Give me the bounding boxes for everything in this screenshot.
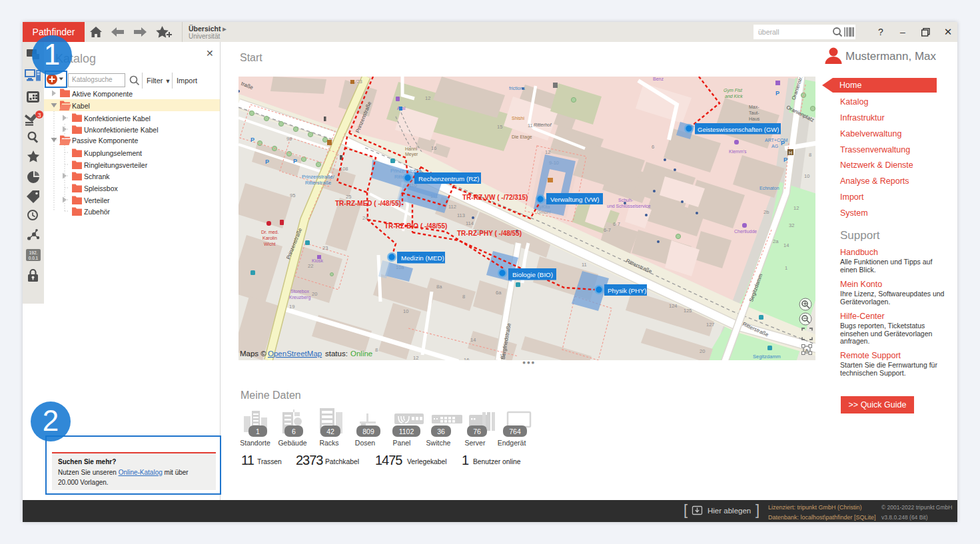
svg-text:112: 112	[448, 204, 456, 210]
svg-text:AG: AG	[771, 144, 778, 148]
svg-text:Taut-: Taut-	[749, 111, 759, 115]
svg-text:Wicht: Wicht	[264, 242, 276, 246]
svg-text:Physik (PHY): Physik (PHY)	[608, 287, 646, 294]
svg-text:TR-RZ-VW ( -/72/315): TR-RZ-VW ( -/72/315)	[462, 194, 528, 201]
svg-text:Panel: Panel	[393, 439, 411, 447]
svg-text:P: P	[775, 90, 779, 97]
svg-text:809: 809	[362, 427, 374, 435]
svg-text:frictions: frictions	[509, 86, 526, 91]
svg-text:TR-RZ-PHY ( -/48/55): TR-RZ-PHY ( -/48/55)	[457, 230, 522, 237]
svg-text:1: 1	[785, 265, 787, 271]
svg-text:Max-: Max-	[749, 105, 759, 109]
svg-text:Rechenzentrum (RZ): Rechenzentrum (RZ)	[418, 175, 479, 182]
svg-text:Klemm's: Klemm's	[729, 149, 747, 154]
svg-text:42: 42	[326, 427, 334, 435]
svg-text:P: P	[783, 156, 787, 163]
svg-text:Biologie (BIO): Biologie (BIO)	[512, 271, 553, 278]
svg-text:125: 125	[684, 308, 692, 314]
svg-text:32: 32	[789, 222, 794, 228]
svg-text:status:: status:	[325, 350, 348, 358]
svg-text:6: 6	[292, 427, 296, 435]
svg-text:95: 95	[290, 192, 295, 198]
svg-text:0.0.1: 0.0.1	[29, 256, 39, 260]
svg-text:2b: 2b	[763, 209, 769, 215]
svg-text:P: P	[293, 158, 297, 164]
svg-text:Geisteswissenschaften (GW): Geisteswissenschaften (GW)	[698, 126, 779, 133]
svg-text:1: 1	[256, 427, 260, 435]
svg-text:16: 16	[464, 357, 469, 360]
svg-text:15: 15	[497, 124, 502, 130]
svg-text:8: 8	[375, 347, 378, 353]
svg-text:14: 14	[470, 337, 476, 343]
svg-text:Echnaton: Echnaton	[759, 186, 779, 190]
svg-text:Kiosk: Kiosk	[312, 258, 324, 263]
svg-text:Server: Server	[465, 439, 486, 447]
svg-text:12: 12	[793, 205, 799, 211]
svg-text:TR-RZ-MED ( -/48/55): TR-RZ-MED ( -/48/55)	[335, 200, 401, 207]
svg-text:20: 20	[312, 291, 317, 297]
svg-text:10: 10	[403, 308, 408, 314]
svg-text:P: P	[781, 140, 785, 146]
svg-text:OpenStreetMap: OpenStreetMap	[268, 350, 322, 358]
svg-text:und Schlüsselservice: und Schlüsselservice	[607, 204, 651, 208]
svg-text:Benz: Benz	[653, 77, 664, 81]
svg-text:Prinzenstraße/: Prinzenstraße/	[302, 174, 335, 180]
svg-text:TR-RZ-BIO ( -/48/55): TR-RZ-BIO ( -/48/55)	[384, 222, 447, 230]
svg-text:Racks: Racks	[319, 439, 338, 447]
svg-text:Meyer: Meyer	[405, 152, 418, 157]
svg-text:12: 12	[545, 149, 550, 155]
svg-text:8a: 8a	[436, 284, 442, 290]
svg-text:22: 22	[308, 263, 313, 269]
svg-text:11: 11	[528, 123, 533, 129]
svg-text:6a: 6a	[496, 290, 502, 296]
svg-text:Endgerät: Endgerät	[498, 439, 526, 447]
svg-text:2a: 2a	[773, 238, 779, 244]
svg-text:23: 23	[322, 245, 328, 251]
svg-text:Gebäude: Gebäude	[278, 439, 306, 447]
svg-text:108: 108	[340, 166, 348, 172]
svg-text:Die Etage: Die Etage	[512, 135, 532, 140]
svg-text:14: 14	[783, 242, 789, 248]
svg-text:Medizin (MED): Medizin (MED)	[401, 254, 444, 262]
svg-text:Online: Online	[350, 350, 372, 358]
svg-text:Karolin: Karolin	[262, 236, 277, 240]
svg-text:113: 113	[457, 212, 465, 218]
svg-text:25: 25	[346, 194, 351, 200]
svg-text:Ritterhof: Ritterhof	[534, 123, 552, 127]
svg-text:16: 16	[431, 145, 436, 151]
svg-text:6·7: 6·7	[613, 221, 620, 227]
svg-text:127: 127	[706, 322, 715, 328]
svg-text:12: 12	[425, 95, 430, 101]
svg-text:Maps ©: Maps ©	[240, 350, 266, 358]
svg-text:Ritterstraße: Ritterstraße	[305, 180, 331, 186]
svg-text:12: 12	[413, 355, 418, 360]
svg-text:Hanni: Hanni	[405, 146, 418, 151]
svg-text:76: 76	[473, 427, 481, 435]
svg-text:Standorte: Standorte	[240, 439, 270, 447]
svg-text:Kreuzberg: Kreuzberg	[289, 295, 310, 300]
svg-text:11: 11	[582, 262, 587, 268]
svg-text:1102: 1102	[399, 427, 414, 435]
svg-text:764: 764	[509, 427, 521, 435]
svg-text:Verwaltung (VW): Verwaltung (VW)	[550, 196, 600, 203]
svg-text:and Kick: and Kick	[725, 94, 743, 99]
svg-text:6-7: 6-7	[604, 227, 611, 233]
svg-text:8: 8	[809, 152, 811, 158]
svg-text:Dosen: Dosen	[355, 439, 376, 447]
svg-text:P: P	[250, 136, 254, 143]
svg-text:192.: 192.	[29, 250, 38, 255]
svg-text:124: 124	[669, 303, 678, 309]
svg-text:Switche: Switche	[426, 439, 451, 447]
svg-text:114: 114	[466, 220, 474, 226]
svg-text:99: 99	[286, 136, 292, 142]
svg-text:Shishi: Shishi	[512, 116, 525, 121]
svg-text:Haus: Haus	[749, 117, 760, 121]
svg-text:Gym Fist: Gym Fist	[724, 88, 743, 93]
svg-text:3: 3	[37, 112, 41, 119]
svg-text:36: 36	[437, 427, 445, 435]
svg-text:H: H	[789, 150, 792, 155]
svg-text:Segitzdamm: Segitzdamm	[753, 354, 781, 360]
svg-text:Dr. med.: Dr. med.	[261, 230, 279, 234]
svg-text:6: 6	[652, 144, 654, 150]
svg-text:8: 8	[462, 294, 465, 300]
